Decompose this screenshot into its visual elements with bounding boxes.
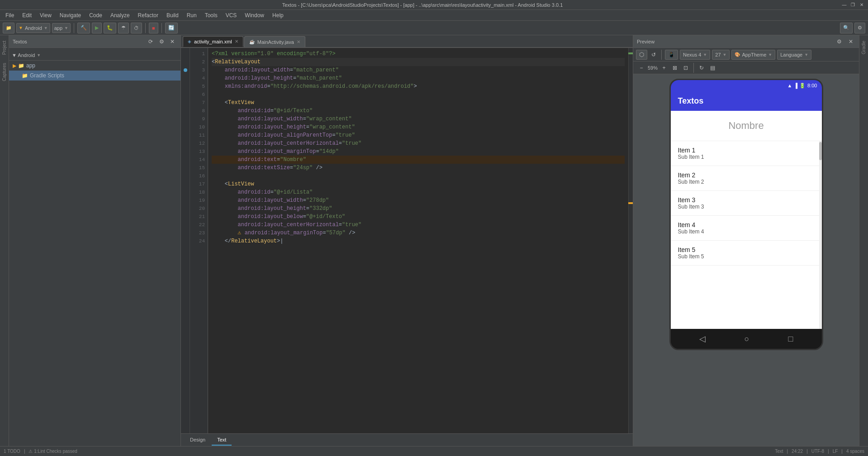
zoom-out-icon[interactable]: − [637,63,646,72]
api-chevron: ▼ [723,52,727,57]
make-button[interactable]: 🔨 [77,23,90,33]
code-line-6 [212,90,625,99]
profile-button[interactable]: ⏱ [131,23,142,33]
captures-tab[interactable]: Captures [1,59,8,85]
settings-project-icon[interactable]: ⚙ [157,37,166,46]
device-icon[interactable]: 📱 [665,50,678,60]
line-num-3: 3 [190,66,205,74]
close-button[interactable]: ✕ [859,2,864,8]
project-structure-button[interactable]: 📁 [3,23,14,33]
code-editor: 1 2 3 4 5 6 7 8 9 10 11 12 13 14 15 16 1… [181,48,633,433]
fit-screen-icon[interactable]: ⊠ [670,63,679,72]
breakpoint-indicator [184,68,187,72]
menu-analyze[interactable]: Analyze [107,11,133,19]
tab-close-java[interactable]: ✕ [297,39,300,44]
code-line-13: android:layout_marginTop="14dp" [212,147,625,156]
status-separator-5: | [841,449,843,454]
app-dropdown[interactable]: app ▼ [52,23,71,33]
language-dropdown[interactable]: Language ▼ [777,50,811,60]
line-num-16: 16 [190,172,205,180]
code-line-22: android:layout_centerHorizontal="true" [212,221,625,229]
preview-sep1 [661,50,662,60]
item-3-sub: Sub Item 3 [678,204,812,210]
minimize-button[interactable]: — [841,2,847,8]
item-4-sub: Sub Item 4 [678,228,812,235]
api-dropdown[interactable]: 27 ▼ [712,50,730,60]
search-everywhere-button[interactable]: 🔍 [840,23,853,33]
menu-bar: File Edit View Navigate Code Analyze Ref… [0,10,868,21]
palette-button[interactable]: ⬡ [636,50,647,60]
theme-dropdown[interactable]: 🎨 AppTheme ▼ [731,50,775,60]
title-bar: Textos - [C:\Users\pca\AndroidStudioProj… [0,0,868,10]
sync-icon[interactable]: ⟳ [146,37,155,46]
phone-nombre-text: Nombre [671,111,822,141]
menu-vcs[interactable]: VCS [222,11,241,19]
tree-item-app[interactable]: ▶ 📁 app [9,61,180,71]
menu-build[interactable]: Build [163,11,182,19]
item-4-title: Item 4 [678,221,812,228]
project-panel-header: Textos ⟳ ⚙ ✕ [9,35,180,48]
home-button[interactable]: ○ [745,334,749,344]
close-panel-icon[interactable]: ✕ [168,37,177,46]
list-scroll-thumb[interactable] [819,142,822,160]
code-content[interactable]: <?xml version="1.0" encoding="utf-8"?> <… [208,48,628,433]
menu-edit[interactable]: Edit [19,11,35,19]
run-button[interactable]: ▶ [92,23,102,33]
main-content: Project Captures Textos ⟳ ⚙ ✕ ▼ Android … [0,35,868,446]
refresh-icon[interactable]: ↺ [649,50,658,59]
project-dropdown-chevron[interactable]: ▼ [37,53,41,57]
menu-code[interactable]: Code [85,11,106,19]
tab-design[interactable]: Design [185,435,211,446]
menu-window[interactable]: Window [241,11,268,19]
tab-mainactivity-java[interactable]: ☕ MainActivity.java ✕ [244,36,305,47]
tab-text[interactable]: Text [212,435,232,446]
menu-navigate[interactable]: Navigate [56,11,85,19]
line-num-11: 11 [190,131,205,139]
menu-view[interactable]: View [36,11,55,19]
phone-status-bar: ▲ ▐ 🔋 8:00 [671,80,822,91]
menu-file[interactable]: File [2,11,18,19]
app-folder: 📁 [18,63,24,69]
refresh-layout-icon[interactable]: ↻ [697,63,706,72]
code-line-17: <ListView [212,180,625,188]
zoom-in-icon[interactable]: + [659,63,669,72]
tab-activity-main-xml-label: activity_main.xml [194,39,232,44]
actual-size-icon[interactable]: ⊡ [681,63,690,72]
menu-refactor[interactable]: Refactor [134,11,162,19]
item-5-sub: Sub Item 5 [678,253,812,260]
gradle-tab[interactable]: Gradle [860,37,867,58]
back-button[interactable]: ◁ [699,334,706,344]
clock: 8:00 [807,83,817,88]
code-line-7: <TextView [212,99,625,107]
theme-chevron: ▼ [768,52,772,57]
status-bar: 1 TODO | ⚠ 1:Lint Checks passed Text | 2… [0,446,868,456]
wifi-icon: ▲ [787,83,792,88]
stop-button[interactable]: ■ [149,23,158,33]
line-num-2: 2 [190,58,205,66]
android-config-dropdown[interactable]: ▼ Android ▼ [16,23,50,33]
list-scrollbar[interactable] [819,141,822,329]
settings-button[interactable]: ⚙ [854,23,865,33]
tab-activity-main-xml[interactable]: ◈ activity_main.xml ✕ [183,36,243,47]
title-bar-title: Textos - [C:\Users\pca\AndroidStudioProj… [4,2,841,8]
preview-settings-icon[interactable]: ⚙ [835,37,844,46]
restore-button[interactable]: ❐ [850,2,856,8]
line-num-9: 9 [190,115,205,123]
menu-tools[interactable]: Tools [201,11,221,19]
sync-button[interactable]: 🔄 [165,23,178,33]
device-dropdown[interactable]: Nexus 4 ▼ [680,50,710,60]
menu-help[interactable]: Help [269,11,287,19]
preview-close-icon[interactable]: ✕ [846,37,855,46]
tab-mainactivity-java-label: MainActivity.java [257,39,294,45]
debug-button[interactable]: 🐛 [104,23,116,33]
status-separator-1: | [24,449,25,454]
menu-run[interactable]: Run [183,11,200,19]
tree-item-gradle[interactable]: 📁 Gradle Scripts [9,71,180,81]
coverage-button[interactable]: ☂ [118,23,129,33]
line-num-21: 21 [190,213,205,221]
palette-icon[interactable]: ▤ [708,63,717,72]
recents-button[interactable]: □ [788,334,793,344]
project-tab[interactable]: Project [1,37,8,58]
tab-close-xml[interactable]: ✕ [235,39,238,44]
theme-icon: 🎨 [735,52,740,57]
